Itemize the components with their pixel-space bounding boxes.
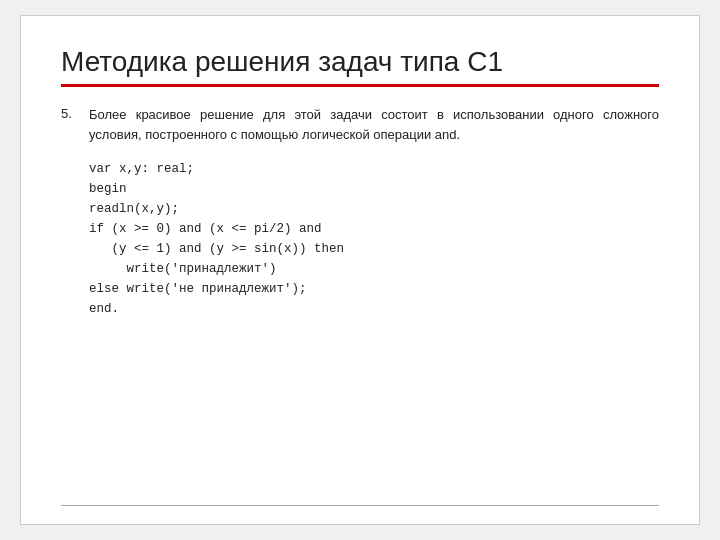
footer-line xyxy=(61,505,659,506)
code-block: var x,y: real; begin readln(x,y); if (x … xyxy=(89,159,659,319)
slide-title: Методика решения задач типа С1 xyxy=(61,46,659,78)
item-body: Более красивое решение для этой задачи с… xyxy=(89,105,659,319)
content-area: 5. Более красивое решение для этой задач… xyxy=(61,105,659,319)
title-underline xyxy=(61,84,659,87)
paragraph-text: Более красивое решение для этой задачи с… xyxy=(89,105,659,145)
item-number: 5. xyxy=(61,105,89,121)
slide: Методика решения задач типа С1 5. Более … xyxy=(20,15,700,525)
